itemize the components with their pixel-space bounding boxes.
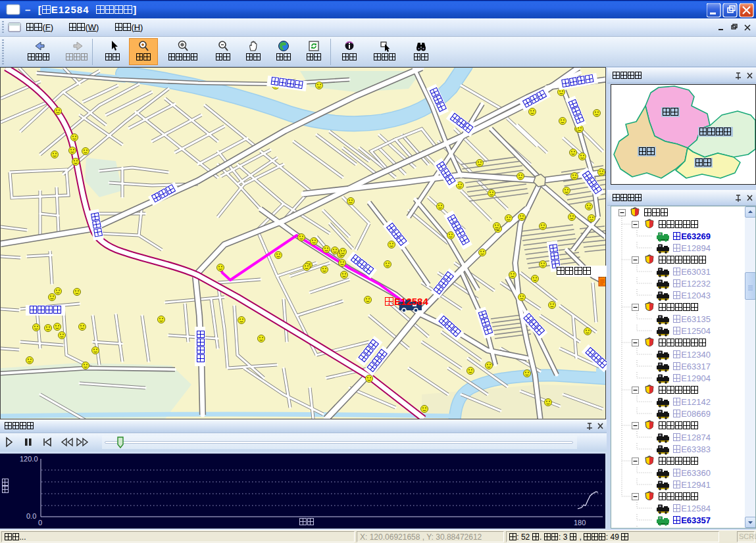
svg-text:0.0: 0.0 [26, 512, 36, 520]
svg-text:180: 180 [574, 519, 586, 527]
svg-text:120.0: 120.0 [20, 455, 38, 463]
svg-text:0: 0 [38, 519, 42, 527]
